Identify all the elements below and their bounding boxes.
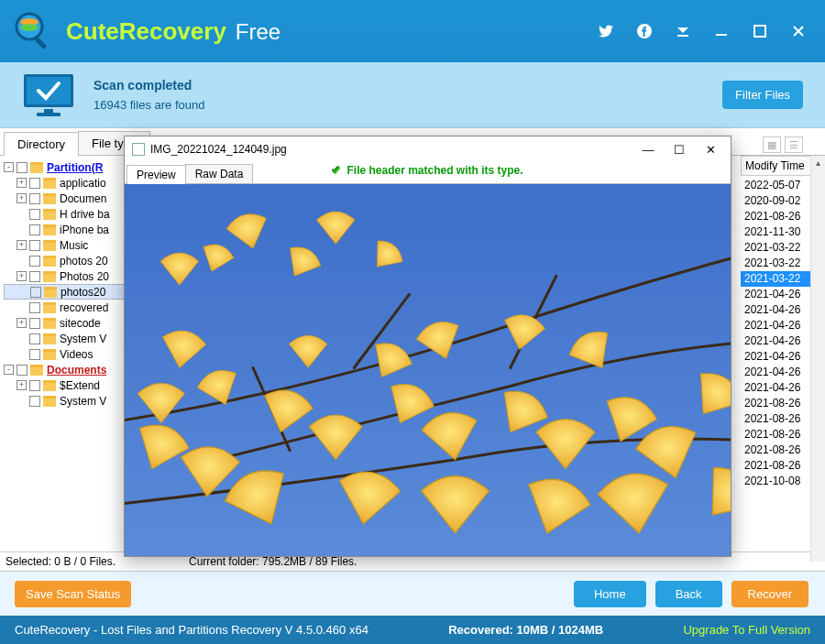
preview-maximize-icon[interactable]: ☐ [666, 143, 692, 157]
view-grid-icon[interactable]: ▦ [763, 136, 781, 153]
selected-stats: Selected: 0 B / 0 Files. [0, 555, 183, 568]
svg-rect-7 [754, 26, 765, 37]
status-panel: Scan completed 16943 files are found Fil… [0, 62, 825, 128]
tree-label: Partition(R [47, 161, 103, 174]
folder-icon [30, 162, 43, 173]
list-row-date[interactable]: 2022-05-07 [741, 178, 812, 193]
file-icon [132, 143, 145, 156]
preview-minimize-icon[interactable]: — [635, 143, 661, 157]
folder-icon [43, 271, 56, 282]
view-list-icon[interactable]: ☰ [785, 136, 803, 153]
list-row-date[interactable]: 2021-04-26 [741, 287, 812, 302]
list-row-date[interactable]: 2020-09-02 [741, 193, 812, 209]
list-row-date[interactable]: 2021-08-26 [741, 442, 812, 458]
folder-icon [43, 209, 56, 220]
preview-close-icon[interactable]: ✕ [698, 143, 723, 157]
checkbox[interactable] [29, 224, 40, 235]
tree-label: sitecode [60, 317, 101, 330]
close-icon[interactable] [790, 23, 807, 39]
list-row-date[interactable]: 2021-04-26 [741, 333, 812, 349]
window-controls [598, 23, 816, 39]
checkbox[interactable] [29, 193, 40, 204]
list-row-date[interactable]: 2021-08-26 [741, 427, 812, 442]
app-edition: Free [236, 19, 280, 45]
checkbox[interactable] [16, 162, 28, 173]
column-modify-time[interactable]: Modify Time [741, 156, 812, 176]
list-row-date[interactable]: 2021-08-26 [741, 209, 812, 224]
svg-rect-13 [37, 113, 60, 116]
expand-icon[interactable]: - [4, 162, 14, 172]
vertical-scrollbar[interactable]: ▴ [810, 156, 825, 562]
checkbox[interactable] [29, 178, 40, 189]
folder-icon [43, 380, 56, 391]
filter-files-button[interactable]: Filter Files [722, 81, 803, 109]
folder-icon [43, 178, 56, 189]
list-row-date[interactable]: 2021-04-26 [741, 318, 812, 333]
home-button[interactable]: Home [574, 581, 646, 607]
checkbox[interactable] [30, 287, 41, 298]
checkbox[interactable] [29, 333, 40, 344]
checkbox[interactable] [16, 365, 28, 376]
svg-rect-5 [677, 35, 688, 37]
list-row-date[interactable]: 2021-08-26 [741, 411, 812, 427]
folder-icon [43, 349, 56, 360]
facebook-icon[interactable] [636, 23, 653, 39]
preview-dialog: IMG_20221024_124049.jpg — ☐ ✕ Preview Ra… [124, 136, 732, 557]
checkbox[interactable] [29, 349, 40, 360]
checkbox[interactable] [29, 271, 40, 282]
tree-label: Videos [60, 348, 93, 361]
checkbox[interactable] [29, 302, 40, 313]
footer-bar: CuteRecovery - Lost Files and Partitions… [0, 616, 825, 644]
folder-icon [43, 256, 56, 267]
checkbox[interactable] [29, 380, 40, 391]
checkbox[interactable] [29, 240, 40, 251]
list-row-date[interactable]: 2021-04-26 [741, 380, 812, 396]
list-row-date[interactable]: 2021-04-26 [741, 365, 812, 380]
preview-filename: IMG_20221024_124049.jpg [150, 143, 630, 156]
expand-icon[interactable]: - [4, 365, 14, 375]
expand-icon[interactable]: + [16, 318, 27, 328]
preview-titlebar[interactable]: IMG_20221024_124049.jpg — ☐ ✕ [125, 136, 731, 162]
list-row-date[interactable]: 2021-10-08 [741, 474, 812, 489]
expand-icon[interactable]: + [16, 380, 27, 390]
action-bar: Save Scan Status Home Back Recover [0, 572, 825, 616]
tab-directory[interactable]: Directory [4, 132, 79, 156]
expand-icon[interactable]: + [16, 193, 27, 203]
minimize-icon[interactable] [713, 23, 730, 39]
menu-icon[interactable] [675, 23, 691, 39]
twitter-icon[interactable] [598, 23, 614, 39]
folder-icon [43, 318, 56, 329]
files-found-label: 16943 files are found [94, 98, 204, 112]
maximize-icon[interactable] [752, 23, 768, 39]
scroll-up-icon[interactable]: ▴ [811, 156, 825, 170]
back-button[interactable]: Back [655, 581, 722, 607]
preview-image [125, 184, 731, 556]
list-row-date[interactable]: 2021-08-26 [741, 396, 812, 411]
list-row-date[interactable]: 2021-03-22 [741, 240, 812, 256]
expand-icon[interactable]: + [16, 178, 27, 188]
checkbox[interactable] [29, 209, 40, 220]
title-bar: CuteRecovery Free [0, 0, 825, 62]
checkbox[interactable] [29, 396, 40, 407]
recover-button[interactable]: Recover [732, 581, 808, 607]
footer-recovered: Recovered: 10MB / 1024MB [368, 623, 684, 637]
checkbox[interactable] [29, 318, 40, 329]
tree-label: $Extend [60, 379, 100, 392]
list-row-date[interactable]: 2021-03-22 [741, 271, 812, 287]
list-row-date[interactable]: 2021-03-22 [741, 256, 812, 271]
list-row-date[interactable]: 2021-08-26 [741, 458, 812, 474]
checkbox[interactable] [29, 256, 40, 267]
current-folder-stats: Current folder: 795.2MB / 89 Files. [183, 555, 357, 568]
list-row-date[interactable]: 2021-04-26 [741, 349, 812, 365]
preview-tabs: Preview Raw Data File header matched wit… [125, 162, 731, 184]
upgrade-link[interactable]: Upgrade To Full Version [683, 623, 810, 637]
svg-rect-6 [716, 34, 727, 36]
list-row-date[interactable]: 2021-11-30 [741, 224, 812, 240]
expand-icon[interactable]: + [16, 240, 27, 250]
list-row-date[interactable]: 2021-04-26 [741, 302, 812, 318]
status-text: Scan completed 16943 files are found [94, 78, 204, 112]
folder-icon [44, 287, 57, 298]
save-scan-status-button[interactable]: Save Scan Status [15, 581, 131, 607]
folder-icon [43, 396, 56, 407]
expand-icon[interactable]: + [16, 271, 27, 281]
